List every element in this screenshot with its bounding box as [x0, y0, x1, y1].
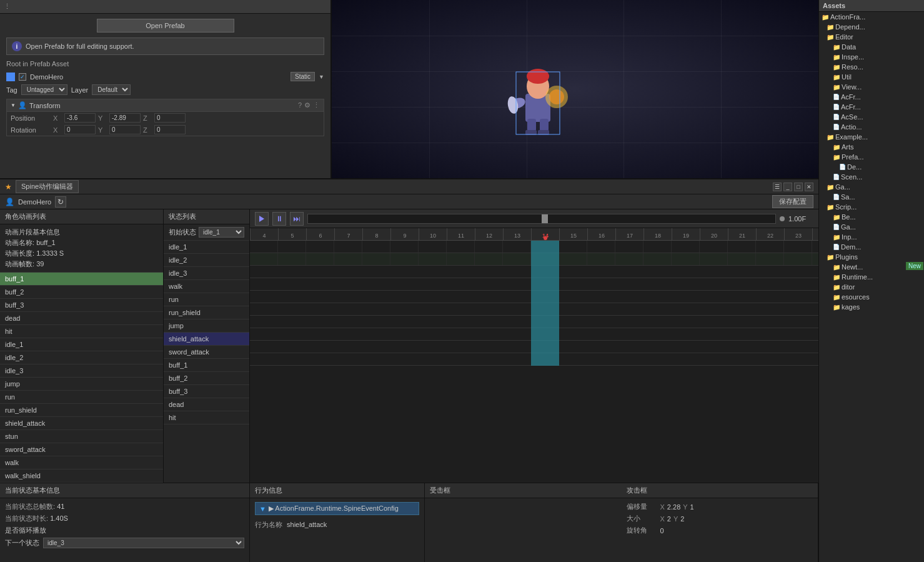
tag-layer-row: Tag Untagged Layer Default: [0, 83, 330, 96]
asset-item-runtime[interactable]: 📁 Runtime...: [819, 272, 924, 282]
file-icon: 📄: [833, 124, 840, 130]
state-item-idle1[interactable]: idle_1: [164, 241, 249, 254]
asset-item-be[interactable]: 📁 Be...: [819, 212, 924, 222]
asset-item-ga[interactable]: 📁 Ga...: [819, 182, 924, 192]
window-menu-icon[interactable]: ☰: [773, 183, 782, 191]
asset-item-inp[interactable]: 📁 Inp...: [819, 232, 924, 242]
asset-item-dem[interactable]: 📄 Dem...: [819, 242, 924, 252]
anim-item-idle1[interactable]: idle_1: [0, 338, 163, 351]
rot-z-input[interactable]: [154, 125, 186, 134]
asset-item-arts[interactable]: 📁 Arts: [819, 142, 924, 152]
static-button[interactable]: Static: [291, 72, 315, 81]
state-item-buff3[interactable]: buff_3: [164, 385, 249, 398]
state-item-dead[interactable]: dead: [164, 398, 249, 411]
state-item-idle2[interactable]: idle_2: [164, 254, 249, 267]
anim-item-dead[interactable]: dead: [0, 312, 163, 325]
window-minimize-icon[interactable]: _: [783, 183, 792, 191]
asset-item-sa[interactable]: 📄 Sa...: [819, 192, 924, 202]
anim-item-buff2[interactable]: buff_2: [0, 286, 163, 299]
asset-item-scrip[interactable]: 📁 Scrip...: [819, 202, 924, 212]
asset-item-acfr1[interactable]: 📄 AcFr...: [819, 92, 924, 102]
file-icon: 📄: [833, 224, 840, 230]
asset-item-view[interactable]: 📁 View...: [819, 82, 924, 92]
anim-item-buff1[interactable]: buff_1: [0, 273, 163, 286]
spine-bottom-panels: 当前状态基本信息 当前状态总帧数: 41 当前状态时长: 1.40S 是否循环播…: [0, 483, 818, 562]
next-state-dropdown[interactable]: idle_3: [43, 538, 244, 548]
action-config-item[interactable]: ▼ ▶ ActionFrame.Runtime.SpineEventConfig: [255, 502, 419, 515]
ruler-tick-12: 12: [475, 228, 503, 240]
state-item-hit[interactable]: hit: [164, 411, 249, 424]
asset-item-example[interactable]: 📁 Example...: [819, 132, 924, 142]
tag-dropdown[interactable]: Untagged: [21, 84, 67, 95]
anim-item-buff3[interactable]: buff_3: [0, 299, 163, 312]
rot-y-input[interactable]: [109, 125, 141, 134]
asset-item-inspe[interactable]: 📁 Inspe...: [819, 52, 924, 62]
track-cell: [643, 241, 672, 253]
anim-item-idle3[interactable]: idle_3: [0, 364, 163, 378]
timeline-scrubber[interactable]: [307, 214, 776, 224]
asset-item-ga2[interactable]: 📄 Ga...: [819, 222, 924, 232]
static-dropdown-icon[interactable]: ▼: [319, 74, 324, 80]
window-maximize-icon[interactable]: □: [794, 183, 803, 191]
refresh-button[interactable]: ↻: [55, 196, 66, 208]
asset-item-scen[interactable]: 📄 Scen...: [819, 172, 924, 182]
initial-state-dropdown[interactable]: idle_1: [199, 227, 244, 238]
rot-x-input[interactable]: [64, 125, 96, 134]
asset-item-depend[interactable]: 📁 Depend...: [819, 22, 924, 32]
anim-item-run[interactable]: run: [0, 391, 163, 404]
pos-x-input[interactable]: [64, 113, 96, 123]
pos-y-input[interactable]: [109, 113, 141, 123]
anim-item-jump[interactable]: jump: [0, 378, 163, 391]
anim-item-walk[interactable]: walk: [0, 456, 163, 469]
asset-item-actionfra[interactable]: 📁 ActionFra...: [819, 12, 924, 22]
transform-settings-icon[interactable]: ⚙: [304, 101, 310, 109]
track-cell: [700, 241, 728, 253]
play-button[interactable]: [255, 212, 269, 226]
asset-item-prefa[interactable]: 📁 Prefa...: [819, 152, 924, 162]
anim-item-hit[interactable]: hit: [0, 325, 163, 338]
state-item-buff1[interactable]: buff_1: [164, 359, 249, 372]
state-item-run-shield[interactable]: run_shield: [164, 306, 249, 319]
transform-more-icon[interactable]: ⋮: [313, 101, 320, 109]
action-config-label: ▶ ActionFrame.Runtime.SpineEventConfig: [269, 504, 399, 513]
asset-item-acfr2[interactable]: 📄 AcFr...: [819, 102, 924, 112]
anim-item-shield-attack[interactable]: shield_attack: [0, 417, 163, 430]
layer-dropdown[interactable]: Default: [92, 84, 131, 95]
window-close-icon[interactable]: ✕: [805, 183, 813, 191]
anim-item-sword-attack[interactable]: sword_attack: [0, 443, 163, 456]
state-item-jump[interactable]: jump: [164, 319, 249, 333]
pos-z-input[interactable]: [154, 113, 186, 123]
asset-item-util[interactable]: 📁 Util: [819, 72, 924, 82]
asset-item-editor[interactable]: 📁 Editor: [819, 32, 924, 42]
open-prefab-button[interactable]: Open Prefab: [97, 19, 234, 33]
state-item-walk[interactable]: walk: [164, 280, 249, 293]
asset-item-de[interactable]: 📄 De...: [819, 162, 924, 172]
spine-editor-tab[interactable]: Spine动作编辑器: [16, 180, 79, 193]
asset-item-acse[interactable]: 📄 AcSe...: [819, 112, 924, 122]
asset-item-actio[interactable]: 📄 Actio...: [819, 122, 924, 132]
asset-item-data[interactable]: 📁 Data: [819, 42, 924, 52]
anim-item-run-shield[interactable]: run_shield: [0, 404, 163, 417]
state-item-buff2[interactable]: buff_2: [164, 372, 249, 385]
asset-item-esources[interactable]: 📁 esources: [819, 292, 924, 302]
state-item-run[interactable]: run: [164, 293, 249, 306]
timeline-tracks[interactable]: [250, 241, 818, 483]
anim-item-idle2[interactable]: idle_2: [0, 351, 163, 364]
visibility-checkbox[interactable]: ✓: [19, 73, 26, 81]
pause-button[interactable]: ⏸: [272, 212, 286, 226]
asset-item-reso[interactable]: 📁 Reso...: [819, 62, 924, 72]
state-item-idle3[interactable]: idle_3: [164, 267, 249, 280]
svg-point-2: [527, 69, 549, 84]
menu-dots-icon[interactable]: ⋮: [4, 3, 11, 11]
asset-item-kages[interactable]: 📁 kages: [819, 302, 924, 312]
anim-item-walk-shield[interactable]: walk_shield: [0, 469, 163, 483]
next-frame-button[interactable]: ⏭: [290, 212, 304, 226]
transform-help-icon[interactable]: ?: [298, 101, 302, 109]
state-item-sword-attack[interactable]: sword_attack: [164, 346, 249, 359]
state-item-shield-attack[interactable]: shield_attack: [164, 333, 249, 346]
asset-item-ditor[interactable]: 📁 ditor: [819, 282, 924, 292]
scene-view[interactable]: [331, 0, 818, 178]
asset-item-plugins[interactable]: 📁 Plugins: [819, 252, 924, 262]
save-config-button[interactable]: 保存配置: [772, 195, 813, 208]
anim-item-stun[interactable]: stun: [0, 430, 163, 443]
